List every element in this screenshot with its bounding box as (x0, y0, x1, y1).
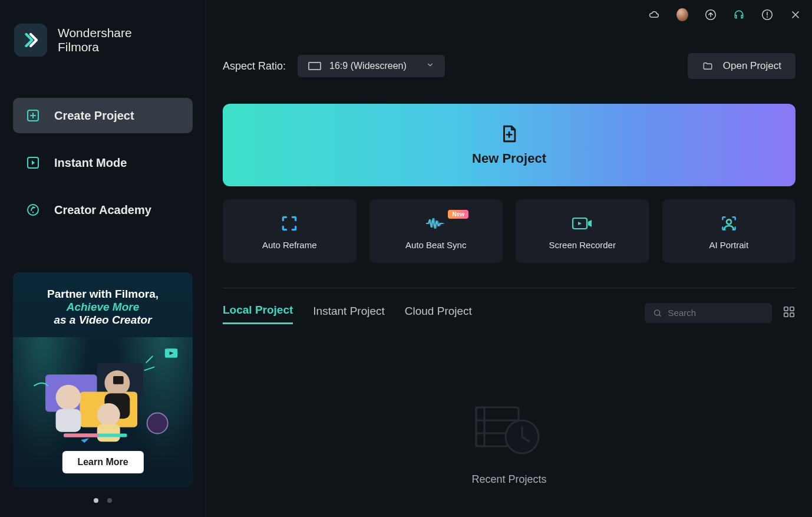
feature-ai-portrait[interactable]: AI Portrait (662, 199, 796, 263)
feature-screen-recorder[interactable]: Screen Recorder (516, 199, 649, 263)
titlebar (206, 0, 812, 25)
search-input[interactable] (668, 308, 764, 318)
monitor-icon (308, 62, 321, 70)
sidebar: Wondershare Filmora Create Project Insta… (0, 0, 206, 517)
main-area: Aspect Ratio: 16:9 (Widescreen) Open Pro… (206, 0, 812, 517)
aspect-ratio-select[interactable]: 16:9 (Widescreen) (298, 55, 445, 77)
feature-auto-reframe-label: Auto Reframe (262, 240, 317, 250)
search-icon (653, 308, 662, 318)
promo-dot-2[interactable] (107, 498, 112, 503)
nav-instant-mode-label: Instant Mode (54, 156, 127, 170)
nav-instant-mode[interactable]: Instant Mode (13, 145, 193, 180)
logo-mark-icon (14, 24, 47, 57)
project-tabs: Local Project Instant Project Cloud Proj… (223, 301, 796, 324)
close-icon[interactable] (790, 9, 801, 21)
svg-point-3 (32, 212, 34, 213)
svg-rect-24 (784, 307, 788, 310)
recent-projects-label: Recent Projects (471, 473, 546, 486)
grid-view-icon[interactable] (783, 305, 796, 321)
cloud-icon[interactable] (648, 9, 660, 21)
svg-point-14 (147, 413, 168, 433)
svg-rect-11 (113, 376, 124, 384)
tab-cloud-project[interactable]: Cloud Project (405, 302, 472, 324)
open-project-label: Open Project (723, 60, 781, 72)
aspect-ratio-value: 16:9 (Widescreen) (329, 61, 407, 71)
promo-learn-more-button[interactable]: Learn More (62, 451, 143, 473)
new-project-icon (499, 124, 519, 146)
svg-point-22 (727, 219, 731, 224)
svg-rect-29 (476, 407, 484, 446)
content: Aspect Ratio: 16:9 (Widescreen) Open Pro… (206, 25, 812, 517)
alert-icon[interactable] (761, 9, 773, 21)
new-badge: New (448, 210, 468, 219)
upload-icon[interactable] (705, 9, 717, 21)
create-project-icon (26, 108, 40, 123)
chevron-down-icon (426, 61, 434, 71)
instant-mode-icon (26, 156, 40, 170)
tab-instant-project[interactable]: Instant Project (313, 302, 384, 324)
feature-auto-beat-sync[interactable]: New Auto Beat Sync (369, 199, 503, 263)
svg-point-12 (97, 403, 120, 426)
feature-row: Auto Reframe New Auto Beat Sync Screen R… (223, 199, 796, 263)
nav-list: Create Project Instant Mode Creator Acad… (0, 98, 206, 239)
empty-state: Recent Projects (223, 324, 796, 517)
promo-illustration (13, 331, 193, 446)
open-project-button[interactable]: Open Project (688, 53, 796, 79)
brand-line2: Filmora (58, 40, 132, 54)
support-headset-icon[interactable] (733, 9, 745, 21)
topbar: Aspect Ratio: 16:9 (Widescreen) Open Pro… (223, 53, 796, 79)
svg-point-2 (28, 205, 38, 215)
promo-line3: as a Video Creator (13, 314, 193, 327)
new-project-label: New Project (472, 151, 546, 166)
tab-local-project[interactable]: Local Project (223, 301, 293, 324)
promo-line2: Achieve More (13, 301, 193, 314)
feature-auto-reframe[interactable]: Auto Reframe (223, 199, 357, 263)
svg-rect-8 (56, 409, 81, 432)
search-box[interactable] (645, 303, 772, 323)
user-avatar[interactable] (676, 9, 688, 21)
app-logo: Wondershare Filmora (0, 24, 206, 57)
svg-point-20 (767, 17, 768, 18)
svg-rect-13 (97, 424, 120, 442)
svg-rect-27 (790, 312, 794, 316)
feature-auto-beat-sync-label: Auto Beat Sync (405, 240, 466, 250)
feature-screen-recorder-label: Screen Recorder (549, 240, 616, 250)
promo-pagination (13, 495, 193, 505)
folder-icon (702, 61, 714, 71)
promo-line1: Partner with Filmora, (13, 288, 193, 301)
nav-create-project-label: Create Project (54, 109, 134, 123)
aspect-ratio-label: Aspect Ratio: (223, 60, 286, 73)
screen-recorder-icon (572, 213, 593, 234)
svg-rect-26 (784, 312, 788, 316)
nav-create-project[interactable]: Create Project (13, 98, 193, 133)
auto-beat-sync-icon (425, 213, 447, 234)
svg-point-7 (56, 385, 81, 410)
nav-creator-academy-label: Creator Academy (54, 203, 151, 217)
recent-projects-icon (474, 403, 544, 458)
creator-academy-icon (26, 203, 40, 217)
nav-creator-academy[interactable]: Creator Academy (13, 192, 193, 228)
promo-dot-1[interactable] (94, 498, 98, 503)
promo-card[interactable]: Partner with Filmora, Achieve More as a … (13, 272, 193, 488)
promo-section: Partner with Filmora, Achieve More as a … (0, 272, 206, 505)
feature-ai-portrait-label: AI Portrait (709, 240, 748, 250)
divider (223, 288, 796, 288)
logo-text: Wondershare Filmora (58, 26, 132, 54)
new-project-button[interactable]: New Project (223, 104, 796, 186)
brand-line1: Wondershare (58, 26, 132, 40)
svg-rect-25 (790, 307, 794, 310)
ai-portrait-icon (719, 213, 738, 234)
auto-reframe-icon (280, 213, 299, 234)
svg-rect-17 (64, 434, 98, 437)
